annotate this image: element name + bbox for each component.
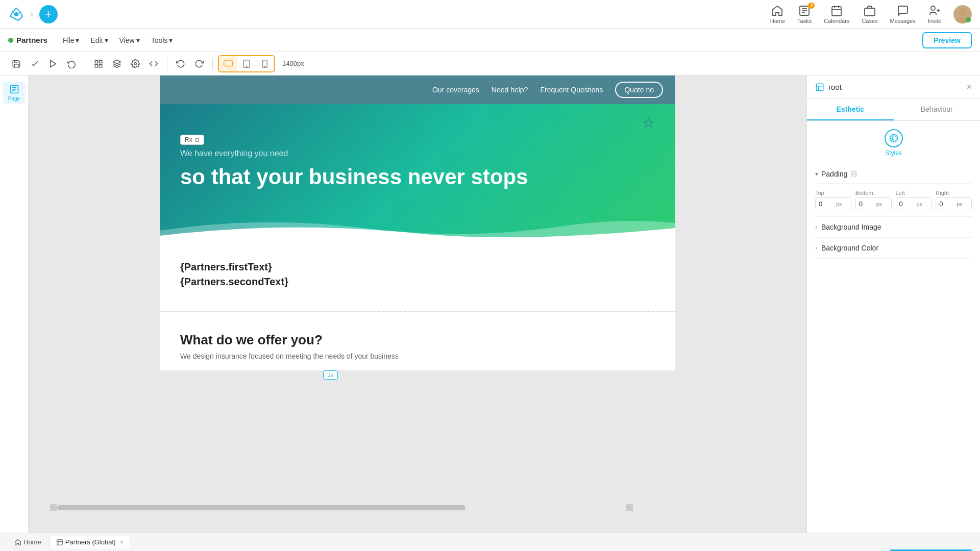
divider1 (85, 58, 85, 70)
hero-wave (160, 210, 675, 241)
horizontal-scrollbar[interactable]: › ‹ (57, 504, 633, 511)
scroll-right[interactable]: › (626, 504, 633, 511)
undo-button[interactable] (173, 56, 189, 72)
svg-point-29 (264, 66, 265, 66)
nav-tasks[interactable]: 7 Tasks (797, 5, 812, 24)
menu-view[interactable]: View ▾ (114, 34, 145, 46)
partners-first-text: {Partners.firstText} (180, 261, 655, 273)
canvas-area: Our coverages Need help? Frequent Questi… (29, 76, 806, 533)
svg-rect-38 (57, 539, 62, 545)
nav-cta[interactable]: Quote no (615, 82, 663, 98)
background-image-section[interactable]: › Background Image (815, 217, 972, 238)
svg-marker-17 (51, 60, 56, 67)
viewport-tablet[interactable] (237, 56, 256, 71)
styles-label: Styles (885, 149, 902, 157)
padding-bottom-field: Bottom px (855, 190, 892, 210)
sidebar-item-page[interactable]: Page (3, 82, 26, 104)
svg-point-27 (246, 66, 247, 66)
play-tool[interactable] (45, 56, 61, 72)
viewport-mobile[interactable] (256, 56, 274, 71)
toolbar-menu: File ▾ Edit ▾ View ▾ Tools ▾ (58, 34, 178, 46)
add-button[interactable]: + (39, 5, 58, 23)
padding-top-input[interactable] (816, 198, 836, 210)
styles-section: Styles (815, 129, 972, 157)
save-tool[interactable] (8, 56, 24, 72)
online-dot (966, 17, 971, 22)
offer-title: What do we offer you? (180, 332, 655, 348)
svg-rect-11 (865, 8, 875, 16)
nav-arrow: › (31, 10, 33, 18)
redo-button[interactable] (191, 56, 207, 72)
site-nav: Our coverages Need help? Frequent Questi… (160, 76, 675, 104)
nav-faq[interactable]: Frequent Questions (540, 86, 603, 94)
root-label: root (815, 83, 842, 92)
nav-help[interactable]: Need help? (492, 86, 528, 94)
status-dot (8, 38, 13, 43)
svg-rect-7 (832, 7, 841, 16)
settings-tool[interactable] (127, 56, 143, 72)
rx-badge: Rx ⊙ (180, 135, 204, 145)
menu-tools[interactable]: Tools ▾ (146, 34, 178, 46)
grid-tool[interactable] (90, 56, 107, 72)
nav-invite[interactable]: Invite (928, 5, 941, 24)
panel-close-button[interactable]: × (966, 82, 972, 92)
divider2 (167, 58, 167, 70)
canvas-frame: Our coverages Need help? Frequent Questi… (160, 76, 675, 370)
padding-grid: Top px Bottom px Left (815, 184, 972, 217)
star-icon: ☆ (642, 114, 655, 131)
refresh-tool[interactable] (63, 56, 80, 72)
close-partners-tab[interactable]: × (120, 539, 124, 546)
padding-bottom-input[interactable] (856, 198, 876, 210)
tab-partners-global[interactable]: Partners (Global) × (50, 536, 130, 548)
top-nav: › + Home 7 Tasks Calendars Cases Message… (0, 0, 980, 29)
svg-point-15 (959, 8, 967, 16)
padding-left-input[interactable] (896, 198, 917, 210)
padding-top-unit: px (836, 199, 844, 209)
panel-header: root × (807, 76, 980, 99)
nav-calendars[interactable]: Calendars (824, 5, 849, 24)
left-sidebar: Page (0, 76, 29, 533)
bg-color-chevron: › (815, 244, 817, 252)
layers-tool[interactable] (109, 56, 125, 72)
brand-name: Partners (8, 36, 47, 44)
editor-tools-toolbar: 1400px (0, 52, 980, 76)
hero-section: ☆ Rx ⊙ We have everything you need so th… (160, 104, 675, 241)
tab-behaviour[interactable]: Behaviour (894, 99, 981, 120)
viewport-selector[interactable] (218, 55, 275, 72)
nav-cases[interactable]: Cases (862, 5, 877, 24)
offer-section: What do we offer you? We design insuranc… (160, 322, 675, 370)
svg-point-23 (134, 62, 137, 65)
viewport-desktop[interactable] (219, 56, 237, 71)
background-color-section[interactable]: › Background Color (815, 238, 972, 259)
svg-rect-18 (95, 60, 97, 63)
nav-messages[interactable]: Messages (890, 5, 916, 24)
padding-bottom-input-row: px (855, 197, 892, 210)
menu-edit[interactable]: Edit ▾ (85, 34, 113, 46)
user-avatar[interactable] (953, 5, 972, 23)
svg-rect-34 (816, 84, 823, 91)
tasks-badge: 7 (808, 3, 815, 9)
nav-coverages[interactable]: Our coverages (432, 86, 479, 94)
preview-button[interactable]: Preview (922, 32, 972, 48)
padding-section-header[interactable]: ▾ Padding ⛓ (815, 165, 972, 184)
tab-home[interactable]: Home (8, 536, 47, 548)
panel-tabs: Esthetic Behaviour (807, 99, 980, 121)
svg-rect-19 (100, 60, 102, 63)
styles-icon (885, 129, 903, 147)
js-badge[interactable]: Js (323, 370, 338, 380)
nav-home[interactable]: Home (770, 5, 785, 24)
bg-color-label: Background Color (821, 244, 878, 252)
tab-esthetic[interactable]: Esthetic (807, 99, 894, 120)
menu-file[interactable]: File ▾ (58, 34, 85, 46)
scroll-left[interactable]: ‹ (50, 504, 57, 511)
main-area: Page Our coverages Need help? Frequent Q… (0, 76, 980, 533)
bottom-tabs: Home Partners (Global) × (0, 533, 980, 551)
code-tool[interactable] (145, 56, 162, 72)
padding-right-input[interactable] (936, 198, 957, 210)
root-icon (815, 83, 824, 92)
scrollbar-thumb[interactable] (57, 505, 465, 510)
padding-left-field: Left px (896, 190, 932, 210)
check-tool[interactable] (27, 56, 43, 72)
bg-image-chevron: › (815, 223, 817, 231)
padding-right-unit: px (957, 199, 965, 209)
